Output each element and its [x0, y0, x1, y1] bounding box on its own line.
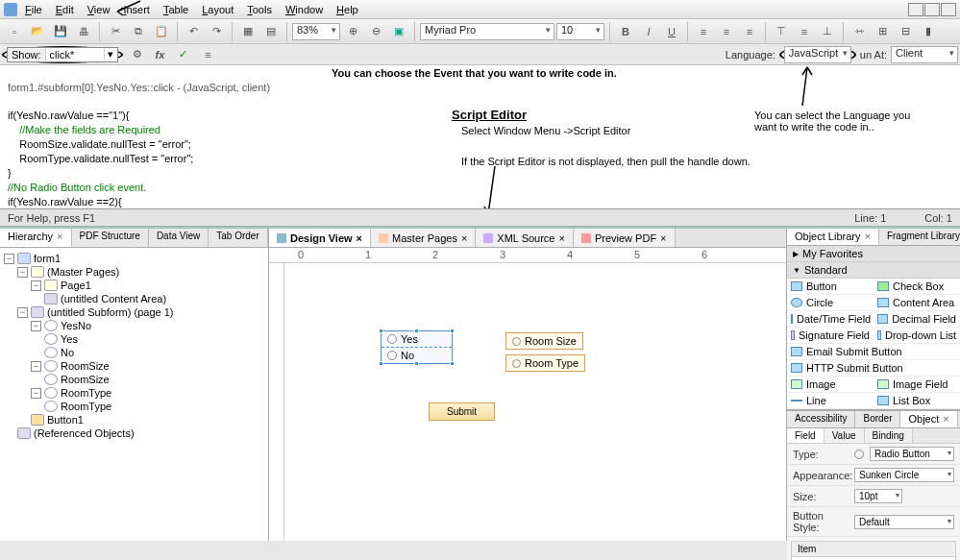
redo-icon[interactable]: ↷ [206, 21, 227, 42]
align-right-icon[interactable]: ≡ [739, 21, 760, 42]
tab-xml-source[interactable]: XML Source× [476, 229, 574, 247]
lib-standard[interactable]: ▼Standard [787, 262, 960, 279]
restore-icon[interactable] [924, 3, 940, 16]
submit-button[interactable]: Submit [429, 402, 495, 421]
tab-pdf-structure[interactable]: PDF Structure [72, 229, 149, 247]
language-select[interactable]: JavaScript [784, 46, 851, 63]
roomtype-field[interactable]: Room Type [505, 354, 585, 372]
design-canvas[interactable]: Yes No Room Size Room Type Submit [284, 263, 786, 541]
fit-icon[interactable]: ▣ [388, 21, 409, 42]
tree-yesno[interactable]: YesNo [61, 320, 91, 331]
tab-fragment-library[interactable]: Fragment Library [879, 229, 960, 245]
ungroup-icon[interactable]: ⊟ [895, 21, 916, 42]
tree-subform[interactable]: (untitled Subform) (page 1) [47, 306, 173, 318]
yesno-radio-group[interactable]: Yes No [381, 330, 453, 364]
subtab-field[interactable]: Field [787, 428, 825, 443]
menu-tools[interactable]: Tools [241, 2, 278, 17]
collapse-icon[interactable]: − [31, 388, 41, 399]
palette-checkbox[interactable]: Check Box [874, 279, 960, 295]
runat-select[interactable]: Client [891, 46, 958, 63]
open-icon[interactable]: 📂 [27, 21, 48, 42]
tab-data-view[interactable]: Data View [149, 229, 209, 247]
tab-design-view[interactable]: Design View× [269, 229, 371, 247]
library-icon[interactable]: ▤ [260, 21, 282, 42]
palette-datetime[interactable]: Date/Time Field [787, 311, 874, 328]
tab-object-library[interactable]: Object Library× [787, 229, 879, 245]
palette-email-submit[interactable]: Email Submit Button [787, 344, 960, 360]
tree-roomtype[interactable]: RoomType [61, 387, 111, 399]
cut-icon[interactable]: ✂ [105, 21, 126, 42]
show-event-select[interactable]: Show: click* ▾ [7, 47, 118, 62]
menu-edit[interactable]: Edit [50, 2, 80, 17]
palette-dropdown[interactable]: Drop-down List [874, 328, 960, 344]
palette-signature[interactable]: Signature Field [787, 328, 874, 344]
collapse-icon[interactable]: − [31, 361, 41, 372]
tab-tab-order[interactable]: Tab Order [209, 229, 267, 247]
table-icon[interactable]: ▦ [237, 21, 258, 42]
tree-roomsize-item[interactable]: RoomSize [61, 374, 110, 385]
subtab-binding[interactable]: Binding [865, 428, 913, 443]
group-icon[interactable]: ⊞ [872, 21, 893, 42]
tree-yes[interactable]: Yes [61, 333, 78, 345]
collapse-icon[interactable]: − [17, 307, 28, 318]
code-content[interactable]: form1.#subform[0].YesNo.Yes::click - (Ja… [0, 65, 960, 209]
radio-icon[interactable] [387, 351, 397, 360]
valign-bot-icon[interactable]: ⊥ [817, 21, 838, 42]
valign-mid-icon[interactable]: ≡ [794, 21, 815, 42]
roomsize-field[interactable]: Room Size [505, 332, 583, 350]
font-size-select[interactable]: 10 [556, 23, 604, 40]
collapse-icon[interactable]: − [31, 321, 41, 331]
menu-insert[interactable]: Insert [117, 2, 156, 17]
palette-listbox[interactable]: List Box [874, 393, 960, 409]
tab-accessibility[interactable]: Accessibility [787, 411, 855, 427]
lib-my-favorites[interactable]: ▶My Favorites [787, 246, 960, 262]
palette-line[interactable]: Line [787, 393, 874, 409]
paste-icon[interactable]: 📋 [151, 21, 172, 42]
print-icon[interactable]: 🖶 [73, 21, 94, 42]
font-select[interactable]: Myriad Pro [420, 23, 554, 40]
close-icon[interactable]: × [558, 232, 564, 244]
tab-master-pages[interactable]: Master Pages× [371, 229, 476, 247]
script-icon[interactable]: ≡ [197, 44, 218, 65]
save-icon[interactable]: 💾 [50, 21, 71, 42]
collapse-icon[interactable]: − [4, 254, 14, 264]
menu-view[interactable]: View [82, 2, 116, 17]
tab-preview-pdf[interactable]: Preview PDF× [574, 229, 676, 247]
fx-icon[interactable]: fx [152, 49, 169, 61]
palette-button[interactable]: Button [787, 279, 874, 295]
size-input[interactable]: 10pt [854, 489, 902, 503]
function-icon[interactable]: ⚙ [127, 44, 148, 65]
palette-image[interactable]: Image [787, 377, 874, 393]
zoom-out-icon[interactable]: ⊖ [365, 21, 386, 42]
radio-icon[interactable] [387, 334, 397, 344]
palette-circle[interactable]: Circle [787, 295, 874, 311]
script-editor-pane[interactable]: form1.#subform[0].YesNo.Yes::click - (Ja… [0, 65, 960, 209]
distribute-icon[interactable]: ⇿ [849, 21, 870, 42]
subtab-value[interactable]: Value [825, 428, 865, 443]
tree-page1[interactable]: Page1 [61, 280, 91, 291]
palette-http-submit[interactable]: HTTP Submit Button [787, 360, 960, 377]
underline-icon[interactable]: U [661, 21, 682, 42]
tree-no[interactable]: No [61, 347, 74, 358]
italic-icon[interactable]: I [638, 21, 659, 42]
tree-roomsize[interactable]: RoomSize [61, 360, 110, 372]
palette-content-area[interactable]: Content Area [874, 295, 960, 311]
menu-layout[interactable]: Layout [196, 2, 239, 17]
appearance-select[interactable]: Sunken Circle [854, 468, 954, 482]
undo-icon[interactable]: ↶ [183, 21, 204, 42]
menu-window[interactable]: Window [280, 2, 329, 17]
collapse-icon[interactable]: − [17, 267, 28, 278]
copy-icon[interactable]: ⧉ [128, 21, 149, 42]
hierarchy-tree[interactable]: −form1 −(Master Pages) −Page1 (untitled … [0, 248, 268, 541]
close-icon[interactable]: × [660, 232, 666, 244]
close-icon[interactable]: × [461, 232, 467, 244]
palette-image-field[interactable]: Image Field [874, 377, 960, 393]
check-icon[interactable]: ✓ [172, 44, 193, 65]
valign-top-icon[interactable]: ⊤ [771, 21, 792, 42]
type-select[interactable]: Radio Button [870, 447, 954, 461]
tab-hierarchy[interactable]: Hierarchy× [0, 229, 72, 247]
highlight-icon[interactable]: ▮ [918, 21, 939, 42]
align-center-icon[interactable]: ≡ [716, 21, 737, 42]
close-icon[interactable]: × [357, 232, 362, 244]
close-icon[interactable] [941, 3, 956, 16]
